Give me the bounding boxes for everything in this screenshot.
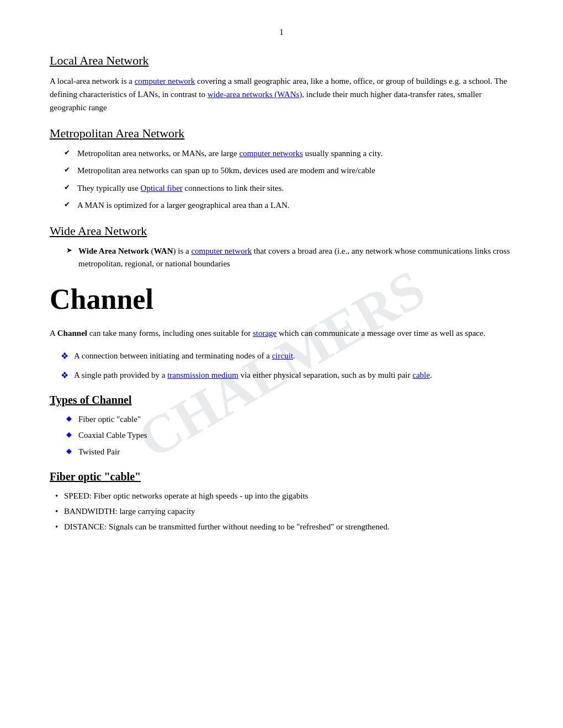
circuit-link[interactable]: circuit [272,351,293,360]
types-of-channel-heading: Types of Channel [50,394,513,406]
fiber-optic-section: Fiber optic "cable" SPEED: Fiber optic n… [50,470,513,534]
computer-network-link-lan[interactable]: computer network [135,77,195,85]
diamond-icon-1: ❖ [61,351,68,361]
types-of-channel-list: Fiber optic "cable" Coaxial Cable Types … [50,413,513,458]
channel-diamond-1: ❖ A connection between initiating and te… [50,350,513,362]
wan-arrow-list: Wide Area Network (WAN) is a computer ne… [50,245,513,271]
channel-diamond-1-text: A connection between initiating and term… [74,350,295,362]
man-bullet-2: Metropolitan area networks can span up t… [66,164,513,177]
man-section: Metropolitan Area Network Metropolitan a… [50,126,513,212]
channel-big-heading: Channel [50,283,513,315]
lan-heading: Local Area Network [50,53,513,68]
channel-type-1: Fiber optic "cable" [66,413,513,426]
man-bullet-3: They typically use Optical fiber connect… [66,182,513,195]
fiber-bullet-2: BANDWIDTH: large carrying capacity [55,505,513,518]
man-bullet-1: Metropolitan area networks, or MANs, are… [66,147,513,160]
channel-intro: A Channel can take many forms, including… [50,326,513,340]
fiber-bullet-3: DISTANCE: Signals can be transmitted fur… [55,521,513,533]
diamond-icon-2: ❖ [61,370,68,381]
transmission-medium-link[interactable]: transmission medium [167,371,238,379]
channel-diamond-2-text: A single path provided by a transmission… [74,369,432,382]
channel-bold: Channel [57,329,87,338]
lan-section: Local Area Network A local-area network … [50,53,513,114]
fiber-optic-list: SPEED: Fiber optic networks operate at h… [50,490,513,534]
wan-link[interactable]: wide-area networks (WANs), [208,90,304,99]
fiber-bullet-1: SPEED: Fiber optic networks operate at h… [55,490,513,502]
lan-paragraph: A local-area network is a computer netwo… [50,74,513,114]
storage-link[interactable]: storage [253,329,277,338]
wan-heading: Wide Area Network [50,224,513,238]
wan-section: Wide Area Network Wide Area Network (WAN… [50,224,513,271]
wan-bold-acronym: WAN [154,247,173,255]
fiber-optic-heading: Fiber optic "cable" [50,470,513,483]
channel-type-3: Twisted Pair [66,446,513,458]
channel-type-2: Coaxial Cable Types [66,429,513,442]
lan-text-before-link: A local-area network is a [50,77,135,85]
man-heading: Metropolitan Area Network [50,126,513,141]
wan-bold-name: Wide Area Network [78,247,149,255]
man-bullet-4: A MAN is optimized for a larger geograph… [66,199,513,212]
page-number: 1 [50,28,513,37]
channel-section: Channel A Channel can take many forms, i… [50,283,513,382]
cable-link[interactable]: cable [412,371,430,379]
channel-diamond-2: ❖ A single path provided by a transmissi… [50,369,513,382]
man-bullet-list: Metropolitan area networks, or MANs, are… [50,147,513,212]
computer-network-link-wan[interactable]: computer network [191,247,252,255]
wan-bullet-1: Wide Area Network (WAN) is a computer ne… [66,245,513,271]
optical-fiber-link[interactable]: Optical fiber [141,184,183,192]
computer-networks-link-man[interactable]: computer networks [239,149,302,158]
types-of-channel-section: Types of Channel Fiber optic "cable" Coa… [50,394,513,458]
